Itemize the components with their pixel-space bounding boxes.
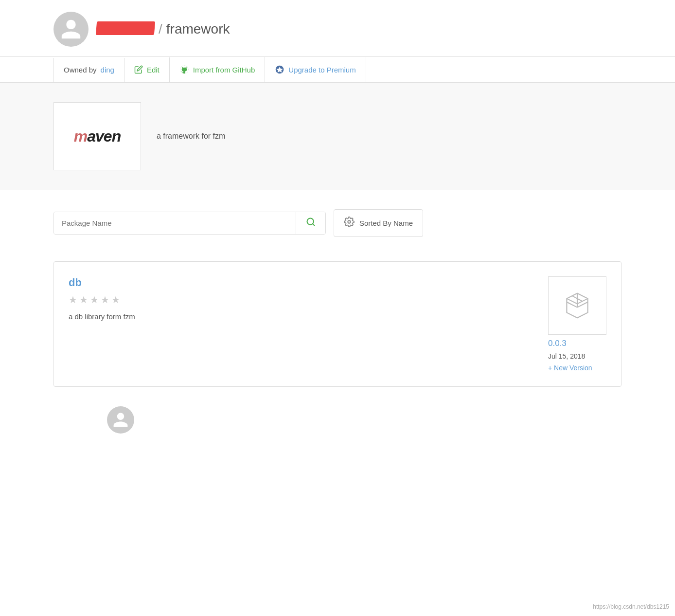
- package-name-input[interactable]: [54, 212, 296, 234]
- package-card: db ★ ★ ★ ★ ★ a db library form fzm: [53, 261, 622, 387]
- premium-icon: [275, 65, 284, 74]
- header-section: / framework: [0, 0, 675, 56]
- repo-name: framework: [166, 21, 230, 37]
- sort-label: Sorted By Name: [359, 219, 413, 227]
- bottom-avatar-row: [53, 399, 622, 434]
- package-name-link[interactable]: db: [69, 276, 82, 289]
- maven-logo-box: maven: [53, 102, 141, 170]
- package-info: db ★ ★ ★ ★ ★ a db library form fzm: [69, 276, 529, 372]
- package-icon-box: [548, 276, 606, 335]
- star-3: ★: [90, 294, 99, 306]
- package-version[interactable]: 0.0.3: [548, 339, 567, 348]
- svg-line-4: [313, 224, 315, 226]
- edit-icon: [134, 65, 143, 74]
- owned-by-item: Owned by ding: [53, 58, 124, 82]
- bottom-avatar: [107, 406, 134, 434]
- github-icon: [179, 65, 189, 74]
- star-rating: ★ ★ ★ ★ ★: [69, 294, 529, 306]
- owner-link[interactable]: ding: [101, 66, 114, 74]
- package-description: a db library form fzm: [69, 312, 529, 321]
- star-5: ★: [111, 294, 120, 306]
- upgrade-label: Upgrade to Premium: [288, 66, 355, 74]
- edit-label: Edit: [147, 66, 160, 74]
- star-4: ★: [101, 294, 109, 306]
- gear-icon: [344, 217, 355, 230]
- search-button[interactable]: [296, 212, 325, 234]
- user-avatar: [53, 12, 89, 47]
- import-label: Import from GitHub: [193, 66, 255, 74]
- username-redacted: [96, 21, 155, 35]
- package-date: Jul 15, 2018: [548, 352, 585, 360]
- package-right: 0.0.3 Jul 15, 2018 + New Version: [548, 276, 606, 372]
- packages-section: db ★ ★ ★ ★ ★ a db library form fzm: [0, 247, 675, 453]
- search-section: Sorted By Name: [0, 190, 675, 247]
- separator: /: [159, 21, 162, 37]
- star-1: ★: [69, 294, 77, 306]
- star-2: ★: [79, 294, 88, 306]
- import-button[interactable]: Import from GitHub: [170, 57, 266, 82]
- description-section: maven a framework for fzm: [0, 83, 675, 190]
- search-icon: [306, 217, 316, 229]
- upgrade-button[interactable]: Upgrade to Premium: [265, 57, 366, 82]
- maven-m-letter: m: [74, 127, 87, 145]
- search-input-group: [53, 212, 326, 235]
- header-title-area: / framework: [96, 21, 230, 37]
- maven-logo: maven: [74, 127, 121, 145]
- svg-point-5: [348, 220, 351, 223]
- edit-button[interactable]: Edit: [124, 57, 170, 82]
- maven-aven-letters: aven: [87, 127, 121, 145]
- description-text: a framework for fzm: [157, 132, 225, 141]
- sort-button[interactable]: Sorted By Name: [334, 209, 423, 237]
- toolbar: Owned by ding Edit Import from GitHub: [0, 56, 675, 83]
- new-version-link[interactable]: + New Version: [548, 364, 592, 372]
- owned-by-label: Owned by: [64, 66, 97, 74]
- watermark: https://blog.csdn.net/dbs1215: [593, 603, 669, 610]
